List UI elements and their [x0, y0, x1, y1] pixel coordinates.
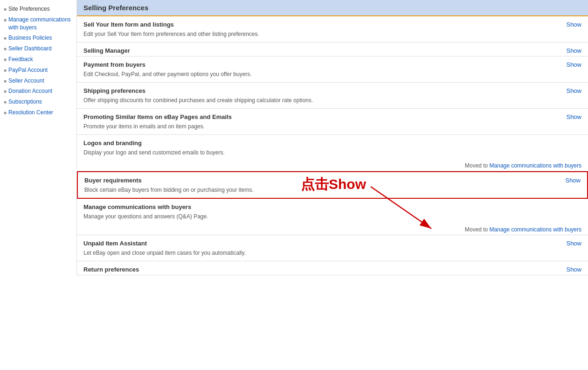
annotation-container: Sell Your Item form and listingsShowEdit… — [77, 16, 588, 275]
sidebar-item-site-preferences[interactable]: ■Site Preferences — [0, 4, 76, 14]
sidebar-link-donation-account[interactable]: Donation Account — [8, 87, 52, 95]
show-link-return-preferences[interactable]: Show — [566, 266, 581, 273]
sidebar-link-seller-account[interactable]: Seller Account — [8, 77, 44, 85]
show-link-sell-your-item[interactable]: Show — [566, 21, 581, 28]
show-link-payment-from-buyers[interactable]: Show — [566, 61, 581, 68]
section-sell-your-item: Sell Your Item form and listingsShowEdit… — [77, 16, 588, 42]
section-moved-manage-communications-buyers: Moved to Manage communications with buye… — [77, 224, 588, 235]
section-payment-from-buyers: Payment from buyersShowEdit Checkout, Pa… — [77, 56, 588, 83]
section-shipping-preferences: Shipping preferencesShowOffer shipping d… — [77, 83, 588, 109]
show-link-selling-manager[interactable]: Show — [566, 47, 581, 54]
sidebar-bullet: ■ — [4, 110, 7, 116]
section-desc-sell-your-item: Edit your Sell Your Item form preference… — [77, 30, 588, 42]
sidebar-bullet: ■ — [4, 88, 7, 95]
moved-text: Moved to — [465, 226, 490, 233]
sidebar-item-seller-account[interactable]: ■Seller Account — [0, 76, 76, 86]
section-desc-logos-branding: Display your logo and send customized em… — [77, 148, 588, 161]
main-content: Selling Preferences Sell Your Item form … — [77, 0, 588, 275]
section-header-sell-your-item: Sell Your Item form and listingsShow — [77, 16, 588, 30]
sidebar-bullet: ■ — [4, 78, 7, 84]
section-title-manage-communications-buyers: Manage communications with buyers — [83, 203, 191, 210]
section-header-unpaid-item-assistant: Unpaid Item AssistantShow — [77, 235, 588, 249]
show-link-unpaid-item-assistant[interactable]: Show — [566, 240, 581, 247]
section-header-logos-branding: Logos and branding — [77, 135, 588, 148]
section-header-return-preferences: Return preferencesShow — [77, 261, 588, 275]
sidebar-item-manage-communications[interactable]: ■Manage communications with buyers — [0, 14, 76, 33]
sidebar-link-site-preferences[interactable]: Site Preferences — [8, 5, 50, 13]
section-buyer-requirements: Buyer requirementsShowBlock certain eBay… — [77, 171, 588, 199]
sidebar-bullet: ■ — [4, 17, 7, 23]
moved-text: Moved to — [465, 162, 490, 169]
section-header-buyer-requirements: Buyer requirementsShow — [78, 172, 587, 186]
sidebar-bullet: ■ — [4, 67, 7, 74]
section-header-payment-from-buyers: Payment from buyersShow — [77, 56, 588, 70]
section-header-promoting-similar-items: Promoting Similar Items on eBay Pages an… — [77, 109, 588, 122]
section-unpaid-item-assistant: Unpaid Item AssistantShowLet eBay open a… — [77, 235, 588, 261]
sidebar-link-paypal-account[interactable]: PayPal Account — [8, 66, 48, 74]
section-desc-manage-communications-buyers: Manage your questions and answers (Q&A) … — [77, 212, 588, 224]
sidebar-link-resolution-center[interactable]: Resolution Center — [8, 109, 53, 117]
sidebar-bullet: ■ — [4, 6, 7, 13]
section-title-selling-manager: Selling Manager — [83, 47, 130, 54]
show-link-promoting-similar-items[interactable]: Show — [566, 113, 581, 120]
sidebar-item-subscriptions[interactable]: ■Subscriptions — [0, 97, 76, 107]
section-desc-buyer-requirements: Block certain eBay buyers from bidding o… — [78, 186, 587, 198]
section-manage-communications-buyers: Manage communications with buyersManage … — [77, 199, 588, 235]
section-title-sell-your-item: Sell Your Item form and listings — [83, 21, 174, 28]
section-title-promoting-similar-items: Promoting Similar Items on eBay Pages an… — [83, 113, 232, 120]
section-desc-payment-from-buyers: Edit Checkout, PayPal, and other payment… — [77, 70, 588, 82]
sidebar-item-feedback[interactable]: ■Feedback — [0, 54, 76, 65]
section-title-return-preferences: Return preferences — [83, 266, 139, 273]
section-logos-branding: Logos and brandingDisplay your logo and … — [77, 135, 588, 171]
sidebar-link-manage-communications[interactable]: Manage communications with buyers — [8, 16, 73, 32]
sidebar-item-donation-account[interactable]: ■Donation Account — [0, 86, 76, 97]
sidebar: ■Site Preferences■Manage communications … — [0, 0, 77, 275]
section-title-unpaid-item-assistant: Unpaid Item Assistant — [83, 240, 147, 247]
sidebar-bullet: ■ — [4, 46, 7, 52]
section-header-selling-manager: Selling ManagerShow — [77, 42, 588, 56]
section-title-shipping-preferences: Shipping preferences — [83, 87, 145, 94]
sidebar-bullet: ■ — [4, 35, 7, 42]
section-return-preferences: Return preferencesShow — [77, 261, 588, 275]
section-header-manage-communications-buyers: Manage communications with buyers — [77, 199, 588, 212]
section-title-logos-branding: Logos and branding — [83, 140, 142, 147]
section-promoting-similar-items: Promoting Similar Items on eBay Pages an… — [77, 109, 588, 135]
moved-link-logos-branding[interactable]: Manage communications with buyers — [490, 162, 581, 169]
sidebar-link-business-policies[interactable]: Business Policies — [8, 34, 52, 42]
section-title-buyer-requirements: Buyer requirements — [84, 177, 142, 184]
sidebar-bullet: ■ — [4, 99, 7, 105]
page-title: Selling Preferences — [77, 0, 588, 16]
section-title-payment-from-buyers: Payment from buyers — [83, 61, 145, 68]
section-desc-shipping-preferences: Offer shipping discounts for combined pu… — [77, 96, 588, 108]
section-desc-promoting-similar-items: Promote your items in emails and on item… — [77, 122, 588, 134]
sidebar-link-subscriptions[interactable]: Subscriptions — [8, 98, 42, 106]
show-link-buyer-requirements[interactable]: Show — [565, 177, 581, 184]
sidebar-item-paypal-account[interactable]: ■PayPal Account — [0, 65, 76, 76]
sidebar-bullet: ■ — [4, 56, 7, 63]
section-selling-manager: Selling ManagerShow — [77, 42, 588, 56]
sidebar-item-seller-dashboard[interactable]: ■Seller Dashboard — [0, 43, 76, 54]
sidebar-item-business-policies[interactable]: ■Business Policies — [0, 33, 76, 43]
section-desc-unpaid-item-assistant: Let eBay open and close unpaid item case… — [77, 249, 588, 261]
moved-link-manage-communications-buyers[interactable]: Manage communications with buyers — [490, 226, 581, 233]
sidebar-link-seller-dashboard[interactable]: Seller Dashboard — [8, 45, 52, 53]
section-moved-logos-branding: Moved to Manage communications with buye… — [77, 161, 588, 171]
sidebar-item-resolution-center[interactable]: ■Resolution Center — [0, 107, 76, 118]
show-link-shipping-preferences[interactable]: Show — [566, 87, 581, 94]
sidebar-link-feedback[interactable]: Feedback — [8, 56, 33, 63]
section-header-shipping-preferences: Shipping preferencesShow — [77, 83, 588, 96]
